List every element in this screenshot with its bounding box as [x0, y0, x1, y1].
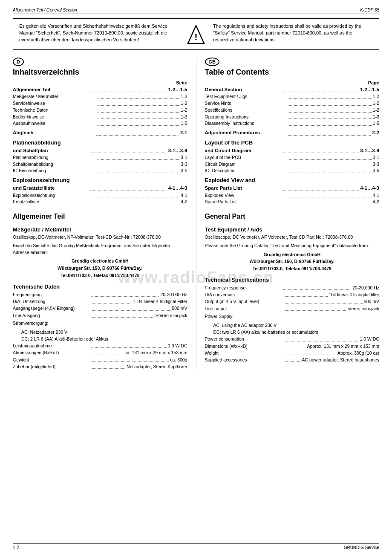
tech-title-right: Technical Specifications — [205, 277, 380, 283]
toc-subsection-layout: Layout of the PCB — [205, 139, 380, 146]
company-name-right: Grundig electronics GmbH Würzburger Str.… — [205, 251, 380, 272]
toc-label: Circuit Diagram — [205, 161, 288, 168]
right-column: GB Table of Contents Page General Sectio… — [196, 58, 380, 370]
spec-entry: Frequenzgang20-20.000 Hz — [13, 291, 187, 298]
toc-label: Specifications — [205, 107, 288, 114]
measuring-text-right: Oscilloscope, DC Voltmeter, AF Voltmeter… — [205, 234, 380, 241]
toc-label: IC-Beschreibung — [13, 168, 95, 174]
spec-value: AC power adaptor, Stereo headphones — [302, 356, 379, 363]
spec-dots — [283, 304, 363, 304]
toc-dots — [282, 191, 359, 191]
toc-dots — [289, 173, 372, 173]
toc-dots — [289, 125, 372, 126]
spec-label: Abmessungen (BxHxT) — [13, 349, 89, 356]
toc-page: 1-5 — [373, 120, 379, 127]
toc-label: Abgleich — [13, 129, 95, 136]
toc-page: 3-5 — [181, 168, 187, 174]
general-part-title-right: General Part — [205, 213, 380, 220]
toc-page: 3-3 — [181, 161, 187, 168]
spec-label: Zubehör (mitgeliefert) — [13, 363, 89, 370]
toc-page: 3-3 — [373, 161, 379, 168]
toc-dots — [97, 119, 179, 119]
warning-box: Es gelten die Vorschriften und Sicherhei… — [13, 18, 379, 50]
footer-right: GRUNDIG Service — [344, 545, 379, 550]
spec-label: Power consumption — [205, 335, 282, 342]
general-part-title-left: Allgemeiner Teil — [13, 213, 187, 220]
spec-label: Dimensions (WxHxD) — [205, 343, 282, 350]
toc-entry: Exploded View4-1 — [205, 192, 380, 199]
toc-header-right: Page — [205, 80, 380, 85]
company-name-line-right: Grundig electronics GmbH — [205, 251, 380, 258]
toc-bold-entry-circuit: and Circuit Diagram 3-1…3-9 — [205, 147, 380, 154]
spec-dots — [283, 341, 359, 341]
toc-entry: Explosionszeichnung4-1 — [13, 192, 187, 199]
toc-bold-entry-spare: Spare Parts List 4-1…4-3 — [205, 184, 380, 192]
spec-value: 500 mV — [172, 305, 187, 312]
power-ac-left: AC: Netzadapter 230 V — [13, 329, 187, 335]
toc-page: 3-1 — [181, 154, 187, 161]
toc-dots — [97, 159, 179, 160]
spec-dots — [91, 310, 170, 311]
toc-page: 1-2 — [181, 107, 187, 114]
toc-label: Schaltplanabbildung — [13, 161, 95, 168]
spec-dots — [91, 361, 169, 362]
warning-text-right: The regulations and safety instructions … — [213, 23, 373, 43]
toc-entry: Servicehinweise1-2 — [13, 100, 187, 107]
power-supply-label-left: Stromversorgung: — [13, 320, 187, 327]
toc-subsection-exploded: Exploded View and — [205, 177, 380, 183]
power-dc-left: DC: 2 LR 6 (AA) Alkali-Batterien oder Ak… — [13, 335, 187, 342]
spec-dots — [283, 296, 328, 297]
toc-label: Allgemeiner Teil — [13, 86, 89, 93]
toc-page: 4-1 — [373, 192, 379, 199]
toc-entry: IC -Description3-5 — [205, 168, 380, 174]
spec-entry-r: D/A conversion1bit linear 4 fs digital f… — [205, 291, 380, 298]
toc-page: 1-2 — [181, 100, 187, 107]
toc-dots — [289, 98, 372, 99]
toc-entry: Schaltplanabbildung3-3 — [13, 161, 187, 168]
measuring-note-right: Please note the Grundig Catalog "Test an… — [205, 243, 380, 249]
spec-label: Ausgangspegel (4,5V Eingang) — [13, 305, 89, 312]
toc-label: Service Hints — [205, 100, 288, 107]
spec-dots — [91, 355, 123, 355]
toc-entry: Specifications1-2 — [205, 107, 380, 114]
spec-dots — [91, 303, 132, 304]
toc-dots — [282, 153, 359, 153]
spec-label: D/A -Umsetzung — [13, 298, 89, 305]
company-address-line: Würzburger Str. 150, D-90766 Fürth/Bay. — [13, 265, 187, 272]
toc-label: Explosionszeichnung — [13, 192, 95, 199]
toc-page: 3-1…3-9 — [168, 147, 187, 154]
toc-dots — [289, 159, 372, 160]
toc-page: 3-5 — [373, 168, 379, 174]
toc-bold-entry-abgleich: Abgleich 2-1 — [13, 129, 187, 136]
toc-bold-entry-ersatz: und Ersatzteilliste 4-1…4-3 — [13, 184, 187, 192]
toc-label: Technische Daten — [13, 107, 95, 114]
spec-label: Gewicht — [13, 356, 89, 363]
spec-dots — [283, 361, 301, 362]
toc-label: und Schaltplan — [13, 147, 89, 154]
toc-dots — [97, 112, 179, 113]
lang-badge-de: D — [13, 58, 24, 66]
toc-dots — [289, 197, 372, 197]
toc-dots — [289, 204, 372, 204]
toc-label: and Circuit Diagram — [205, 147, 281, 154]
toc-page: 1-3 — [373, 114, 379, 121]
toc-dots — [289, 119, 372, 119]
toc-label: Test Equipment / Jigs — [205, 93, 288, 100]
measuring-title-left: Meßgeräte / Meßmittel — [13, 226, 187, 233]
toc-bold-entry-general: General Section 1-2…1-5 — [205, 86, 380, 93]
toc-page: 2-2 — [372, 129, 379, 136]
spec-entry-r: Frequency response20-20.000 Hz — [205, 284, 380, 291]
spec-entry-r: Power consumption1.0 W DC — [205, 335, 380, 342]
toc-page-label-right: Page — [368, 80, 379, 85]
left-column: D Inhaltsverzeichnis Seite Allgemeiner T… — [13, 58, 196, 370]
spec-value: Stereo mini jack — [156, 312, 187, 319]
spec-value: Netzadapter, Stereo Kopfhörer — [127, 363, 187, 370]
toc-dots — [289, 166, 372, 166]
toc-entry: Operating Instructions1-3 — [205, 114, 380, 121]
spec-label: Line Ausgang — [13, 312, 89, 319]
spec-dots — [91, 317, 154, 318]
toc-label: Operating Instructions — [205, 114, 288, 121]
spec-entry: Leistungsaufnahme1,0 W DC — [13, 342, 187, 349]
spec-value: 1.0 W DC — [360, 335, 379, 342]
toc-bold-entry-allgemeiner: Allgemeiner Teil 1-2…1-5 — [13, 86, 187, 93]
